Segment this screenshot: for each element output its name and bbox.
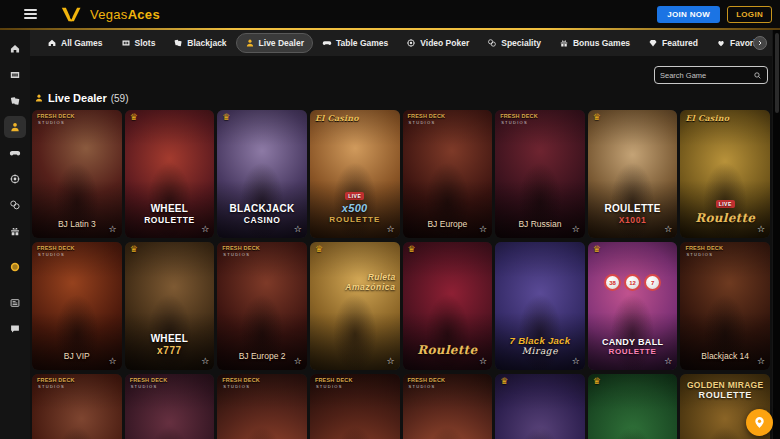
game-tile[interactable]: FRESH DECK STUDIOS ☆ bbox=[403, 374, 493, 439]
tab-blackjack[interactable]: Blackjack bbox=[164, 33, 235, 53]
studio-logo: FRESH DECK bbox=[222, 246, 260, 252]
tab-all-games[interactable]: All Games bbox=[38, 33, 112, 53]
favorite-star-icon[interactable]: ☆ bbox=[294, 355, 302, 368]
favorite-star-icon[interactable]: ☆ bbox=[572, 355, 580, 368]
game-tile[interactable]: FRESH DECK STUDIOS ☆ bbox=[217, 374, 307, 439]
game-art bbox=[310, 242, 400, 370]
tab-live-dealer[interactable]: Live Dealer bbox=[236, 33, 313, 53]
favorite-star-icon[interactable]: ☆ bbox=[294, 223, 302, 236]
game-tile[interactable]: FRESH DECK STUDIOS BJ Latin 3 ☆ bbox=[32, 110, 122, 238]
sidebar-item-support[interactable] bbox=[4, 318, 26, 340]
game-tile[interactable]: ♛ WHEEL ROULETTE ☆ bbox=[125, 110, 215, 238]
ball-number: 38 bbox=[604, 274, 621, 291]
game-tile[interactable]: ♛ WHEEL x777 ☆ bbox=[125, 242, 215, 370]
game-art-title: Ruleta Amazónica bbox=[345, 272, 395, 292]
heart-icon bbox=[716, 38, 726, 48]
studio-logo: FRESH DECK bbox=[37, 246, 75, 252]
favorite-star-icon[interactable]: ☆ bbox=[109, 223, 117, 236]
game-tile[interactable]: ♛ 38 12 7 CANDY BALL ROULETTE ☆ bbox=[588, 242, 678, 370]
game-tile[interactable]: FRESH DECK STUDIOS BJ Europe 2 ☆ bbox=[217, 242, 307, 370]
sidebar-item-bonus-games[interactable] bbox=[4, 220, 26, 242]
game-tile[interactable]: FRESH DECK STUDIOS ☆ bbox=[32, 374, 122, 439]
studio-logo-sub: STUDIOS bbox=[316, 385, 343, 389]
favorite-star-icon[interactable]: ☆ bbox=[386, 355, 394, 368]
chat-icon bbox=[9, 323, 21, 335]
game-caption: Blackjack 14 bbox=[682, 351, 768, 361]
brand-logo[interactable]: VegasAces bbox=[59, 6, 160, 23]
favorite-star-icon[interactable]: ☆ bbox=[479, 355, 487, 368]
search-icon[interactable] bbox=[753, 71, 762, 80]
sidebar-item-news[interactable] bbox=[4, 292, 26, 314]
sidebar-item-speciality[interactable] bbox=[4, 194, 26, 216]
scrollbar[interactable] bbox=[772, 30, 780, 439]
game-tile[interactable]: 7 Black Jack Mirage ☆ bbox=[495, 242, 585, 370]
sidebar-item-blackjack[interactable] bbox=[4, 90, 26, 112]
chip-icon bbox=[9, 173, 21, 185]
game-tile[interactable]: El Casino LIVE x500 ROULETTE ☆ bbox=[310, 110, 400, 238]
scrollbar-thumb[interactable] bbox=[775, 33, 779, 113]
sidebar-item-rewards[interactable] bbox=[4, 256, 26, 278]
login-button[interactable]: LOGIN bbox=[727, 6, 772, 23]
favorite-star-icon[interactable]: ☆ bbox=[201, 223, 209, 236]
live-badge: LIVE bbox=[345, 192, 364, 200]
sidebar-item-all-games[interactable] bbox=[4, 38, 26, 60]
game-tile[interactable]: ♛ 7 Black Jack ☆ bbox=[495, 374, 585, 439]
favorite-star-icon[interactable]: ☆ bbox=[757, 223, 765, 236]
favorite-star-icon[interactable]: ☆ bbox=[664, 355, 672, 368]
game-tile[interactable]: FRESH DECK STUDIOS BJ Europe ☆ bbox=[403, 110, 493, 238]
tab-bonus-games[interactable]: Bonus Games bbox=[550, 33, 639, 53]
favorite-star-icon[interactable]: ☆ bbox=[386, 223, 394, 236]
sidebar-item-table-games[interactable] bbox=[4, 142, 26, 164]
content-area: Live Dealer (59) FRESH DECK STUDIOS BJ L… bbox=[30, 56, 772, 439]
game-tile[interactable]: ♛ BLACKJACK CASINO ☆ bbox=[217, 110, 307, 238]
game-tile[interactable]: ♛ Ruleta Amazónica ☆ bbox=[310, 242, 400, 370]
game-tile[interactable]: FRESH DECK STUDIOS BJ Russian ☆ bbox=[495, 110, 585, 238]
tab-slots[interactable]: Slots bbox=[112, 33, 165, 53]
studio-logo-sub: STUDIOS bbox=[223, 253, 250, 257]
jackpot-badge-icon: ♛ bbox=[593, 377, 601, 386]
favorite-star-icon[interactable]: ☆ bbox=[572, 223, 580, 236]
gift-icon bbox=[9, 225, 21, 237]
favorite-star-icon[interactable]: ☆ bbox=[201, 355, 209, 368]
game-art-title: GOLDEN MIRAGE ROULETTE bbox=[682, 380, 768, 401]
game-tile[interactable]: FRESH DECK STUDIOS ☆ bbox=[310, 374, 400, 439]
game-tile[interactable]: ♛ ROULETTE X1001 ☆ bbox=[588, 110, 678, 238]
favorite-star-icon[interactable]: ☆ bbox=[757, 355, 765, 368]
menu-icon[interactable] bbox=[24, 9, 37, 19]
favorite-star-icon[interactable]: ☆ bbox=[664, 223, 672, 236]
cards-icon bbox=[173, 38, 183, 48]
search-box bbox=[654, 66, 768, 84]
favorite-star-icon[interactable]: ☆ bbox=[479, 223, 487, 236]
studio-logo: FRESH DECK bbox=[408, 114, 446, 120]
tab-table-games[interactable]: Table Games bbox=[313, 33, 397, 53]
game-tile[interactable]: FRESH DECK STUDIOS Blackjack 14 ☆ bbox=[680, 242, 770, 370]
jackpot-badge-icon: ♛ bbox=[130, 245, 138, 254]
person-icon bbox=[9, 121, 21, 133]
search-input[interactable] bbox=[660, 71, 749, 80]
chat-widget-button[interactable] bbox=[746, 409, 773, 436]
game-tile[interactable]: ♛ Roulette ☆ bbox=[403, 242, 493, 370]
studio-logo-sub: STUDIOS bbox=[223, 385, 250, 389]
game-tile[interactable]: ♛ 7 Black Jack ☆ bbox=[588, 374, 678, 439]
join-now-button[interactable]: JOIN NOW bbox=[657, 6, 720, 23]
game-tile[interactable]: El Casino LIVE Roulette ☆ bbox=[680, 110, 770, 238]
studio-logo: El Casino bbox=[315, 114, 359, 122]
sidebar-item-slots[interactable] bbox=[4, 64, 26, 86]
game-tile[interactable]: FRESH DECK STUDIOS ☆ bbox=[125, 374, 215, 439]
top-header: VegasAces JOIN NOW LOGIN bbox=[0, 0, 780, 28]
sidebar bbox=[0, 30, 30, 439]
tab-video-poker[interactable]: Video Poker bbox=[397, 33, 478, 53]
nav-scroll-right-button[interactable] bbox=[753, 36, 767, 50]
favorite-star-icon[interactable]: ☆ bbox=[109, 355, 117, 368]
game-caption: BJ Russian bbox=[497, 219, 583, 229]
sidebar-item-live-dealer[interactable] bbox=[4, 116, 26, 138]
studio-logo: El Casino bbox=[685, 114, 729, 122]
jackpot-badge-icon: ♛ bbox=[315, 245, 323, 254]
chip-icon bbox=[406, 38, 416, 48]
game-tile[interactable]: FRESH DECK STUDIOS BJ VIP ☆ bbox=[32, 242, 122, 370]
chevron-right-icon bbox=[756, 39, 764, 47]
studio-logo: FRESH DECK bbox=[408, 378, 446, 384]
tab-speciality[interactable]: Speciality bbox=[478, 33, 550, 53]
sidebar-item-video-poker[interactable] bbox=[4, 168, 26, 190]
tab-featured[interactable]: Featured bbox=[639, 33, 707, 53]
